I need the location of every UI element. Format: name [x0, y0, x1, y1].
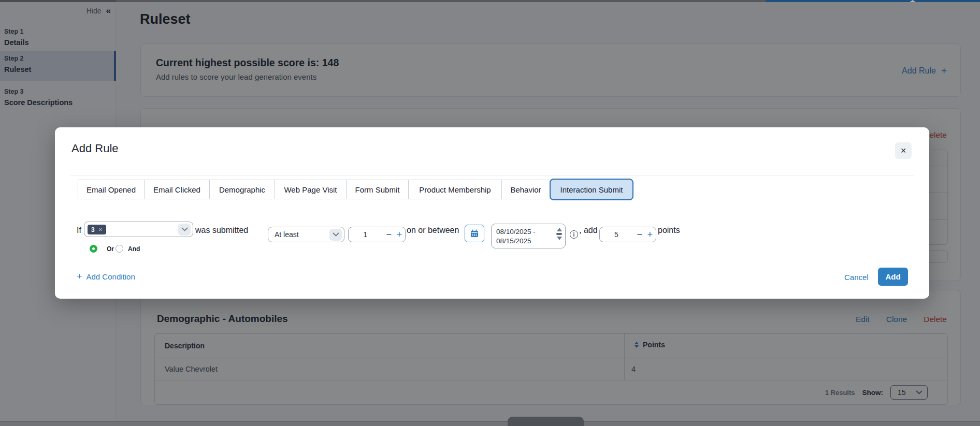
modal-divider: [70, 175, 914, 175]
if-label: If: [77, 226, 81, 235]
count-value[interactable]: 1: [349, 230, 382, 239]
date-range-start: 08/10/2025 -: [496, 228, 536, 236]
add-condition-link[interactable]: + Add Condition: [77, 271, 135, 282]
interaction-multiselect[interactable]: 3 ✕: [84, 222, 193, 237]
top-chrome-strip-middle: [116, 0, 766, 2]
chevron-down-icon: [181, 227, 188, 232]
spinner-up-icon[interactable]: [557, 228, 562, 231]
frequency-select[interactable]: At least: [268, 227, 344, 242]
and-label: And: [128, 245, 140, 253]
add-rule-modal: Add Rule ✕ Email Opened Email Clicked De…: [55, 127, 929, 299]
frequency-value: At least: [275, 230, 299, 239]
was-submitted-label: was submitted: [195, 226, 248, 235]
date-spinner[interactable]: [556, 228, 562, 240]
calendar-button[interactable]: [465, 225, 484, 242]
chevron-down-icon: [333, 232, 339, 237]
points-label: points: [658, 226, 680, 235]
minus-button[interactable]: −: [386, 229, 392, 240]
dropdown-toggle[interactable]: [329, 229, 342, 241]
comma-add-label: , add: [579, 226, 598, 235]
chip-value: 3: [91, 226, 95, 233]
minus-button[interactable]: −: [637, 229, 642, 240]
calendar-icon: [470, 229, 479, 238]
tab-behavior[interactable]: Behavior: [501, 180, 550, 199]
tab-interaction-submit[interactable]: Interaction Submit: [550, 179, 633, 200]
close-icon: ✕: [900, 146, 906, 155]
selected-interaction-chip: 3 ✕: [88, 225, 106, 234]
spinner-down-icon[interactable]: [557, 237, 562, 240]
screen: Hide « Step 1 Details Step 2 Ruleset Ste…: [0, 0, 980, 426]
cancel-button[interactable]: Cancel: [844, 273, 869, 282]
tab-demographic[interactable]: Demographic: [209, 180, 275, 199]
add-button[interactable]: Add: [878, 268, 908, 286]
dropdown-toggle[interactable]: [178, 224, 191, 236]
plus-button[interactable]: +: [396, 229, 402, 240]
count-stepper[interactable]: 1 − +: [348, 227, 406, 242]
rule-type-tabs: Email Opened Email Clicked Demographic W…: [78, 179, 633, 200]
or-radio[interactable]: [90, 245, 97, 253]
close-button[interactable]: ✕: [895, 142, 912, 159]
or-label: Or: [107, 245, 114, 253]
tab-web-page-visit[interactable]: Web Page Visit: [275, 180, 347, 199]
plus-button[interactable]: +: [647, 229, 653, 240]
and-radio[interactable]: [116, 245, 123, 253]
tab-email-opened[interactable]: Email Opened: [78, 180, 145, 199]
tab-email-clicked[interactable]: Email Clicked: [144, 180, 210, 199]
plus-icon: +: [77, 271, 82, 282]
tab-product-membership[interactable]: Product Membership: [408, 180, 502, 199]
on-or-between-label: on or between: [407, 226, 459, 235]
tab-form-submit[interactable]: Form Submit: [346, 180, 409, 199]
date-range-end: 08/15/2025: [496, 237, 531, 245]
info-icon[interactable]: i: [570, 230, 578, 239]
modal-title: Add Rule: [71, 142, 119, 155]
top-chrome-strip-left: [0, 0, 116, 2]
spinner-bar-icon[interactable]: [556, 233, 562, 235]
chip-remove-icon[interactable]: ✕: [98, 227, 103, 232]
top-chrome-strip-right: [766, 0, 980, 2]
points-stepper[interactable]: 5 − +: [599, 227, 656, 242]
add-condition-label: Add Condition: [87, 272, 135, 281]
date-range-input[interactable]: 08/10/2025 - 08/15/2025: [491, 224, 566, 248]
add-button-label: Add: [885, 272, 900, 281]
points-value[interactable]: 5: [600, 230, 633, 239]
